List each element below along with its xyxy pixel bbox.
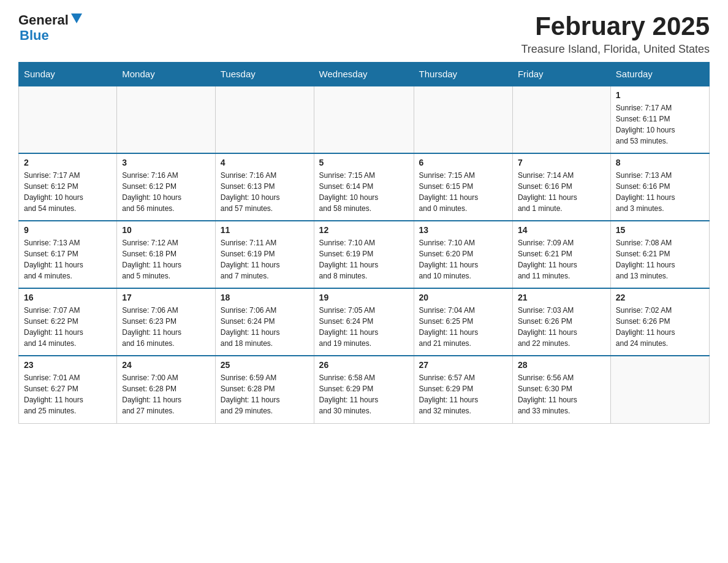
table-row: 5Sunrise: 7:15 AMSunset: 6:14 PMDaylight…	[314, 153, 414, 221]
day-info: Sunrise: 7:15 AMSunset: 6:14 PMDaylight:…	[319, 170, 409, 214]
day-info: Sunrise: 7:03 AMSunset: 6:26 PMDaylight:…	[518, 305, 605, 349]
table-row: 2Sunrise: 7:17 AMSunset: 6:12 PMDaylight…	[19, 153, 117, 221]
table-row: 10Sunrise: 7:12 AMSunset: 6:18 PMDayligh…	[117, 221, 216, 288]
table-row: 20Sunrise: 7:04 AMSunset: 6:25 PMDayligh…	[414, 288, 512, 356]
table-row	[117, 86, 216, 153]
day-number: 23	[24, 360, 112, 370]
table-row: 18Sunrise: 7:06 AMSunset: 6:24 PMDayligh…	[215, 288, 314, 356]
table-row: 6Sunrise: 7:15 AMSunset: 6:15 PMDaylight…	[414, 153, 512, 221]
day-info: Sunrise: 7:15 AMSunset: 6:15 PMDaylight:…	[419, 170, 507, 214]
table-row	[19, 86, 117, 153]
day-info: Sunrise: 7:01 AMSunset: 6:27 PMDaylight:…	[24, 372, 112, 416]
day-info: Sunrise: 7:13 AMSunset: 6:16 PMDaylight:…	[616, 170, 704, 214]
day-number: 20	[419, 293, 507, 302]
day-info: Sunrise: 7:10 AMSunset: 6:19 PMDaylight:…	[319, 237, 409, 282]
day-number: 14	[518, 225, 605, 235]
day-number: 25	[221, 360, 309, 370]
table-row: 28Sunrise: 6:56 AMSunset: 6:30 PMDayligh…	[512, 356, 610, 423]
day-info: Sunrise: 7:12 AMSunset: 6:18 PMDaylight:…	[122, 237, 210, 282]
day-number: 1	[616, 90, 704, 100]
table-row: 3Sunrise: 7:16 AMSunset: 6:12 PMDaylight…	[117, 153, 216, 221]
table-row: 27Sunrise: 6:57 AMSunset: 6:29 PMDayligh…	[414, 356, 512, 423]
table-row: 21Sunrise: 7:03 AMSunset: 6:26 PMDayligh…	[512, 288, 610, 356]
day-number: 18	[221, 293, 309, 302]
day-info: Sunrise: 7:11 AMSunset: 6:19 PMDaylight:…	[221, 237, 309, 282]
header-sunday: Sunday	[19, 63, 117, 86]
day-number: 11	[221, 225, 309, 235]
header-saturday: Saturday	[610, 63, 709, 86]
day-number: 3	[122, 158, 210, 167]
day-info: Sunrise: 7:00 AMSunset: 6:28 PMDaylight:…	[122, 372, 210, 416]
day-number: 16	[24, 293, 112, 302]
header-monday: Monday	[117, 63, 216, 86]
day-number: 4	[221, 158, 309, 167]
logo-blue: Blue	[20, 28, 82, 43]
title-section: February 2025 Treasure Island, Florida, …	[521, 12, 710, 56]
day-number: 8	[616, 158, 704, 167]
month-title: February 2025	[521, 12, 710, 40]
header-wednesday: Wednesday	[314, 63, 414, 86]
table-row: 1Sunrise: 7:17 AMSunset: 6:11 PMDaylight…	[610, 86, 709, 153]
week-row-3: 9Sunrise: 7:13 AMSunset: 6:17 PMDaylight…	[19, 221, 710, 288]
table-row: 17Sunrise: 7:06 AMSunset: 6:23 PMDayligh…	[117, 288, 216, 356]
day-info: Sunrise: 7:14 AMSunset: 6:16 PMDaylight:…	[518, 170, 605, 214]
table-row: 24Sunrise: 7:00 AMSunset: 6:28 PMDayligh…	[117, 356, 216, 423]
table-row: 11Sunrise: 7:11 AMSunset: 6:19 PMDayligh…	[215, 221, 314, 288]
table-row: 7Sunrise: 7:14 AMSunset: 6:16 PMDaylight…	[512, 153, 610, 221]
day-info: Sunrise: 7:06 AMSunset: 6:23 PMDaylight:…	[122, 305, 210, 349]
day-info: Sunrise: 7:07 AMSunset: 6:22 PMDaylight:…	[24, 305, 112, 349]
day-number: 13	[419, 225, 507, 235]
day-info: Sunrise: 7:17 AMSunset: 6:11 PMDaylight:…	[616, 102, 704, 147]
week-row-2: 2Sunrise: 7:17 AMSunset: 6:12 PMDaylight…	[19, 153, 710, 221]
day-number: 28	[518, 360, 605, 370]
table-row: 4Sunrise: 7:16 AMSunset: 6:13 PMDaylight…	[215, 153, 314, 221]
calendar-table: Sunday Monday Tuesday Wednesday Thursday…	[18, 62, 710, 424]
day-info: Sunrise: 7:08 AMSunset: 6:21 PMDaylight:…	[616, 237, 704, 282]
day-info: Sunrise: 7:13 AMSunset: 6:17 PMDaylight:…	[24, 237, 112, 282]
day-info: Sunrise: 7:10 AMSunset: 6:20 PMDaylight:…	[419, 237, 507, 282]
logo-arrow-icon	[71, 13, 82, 25]
table-row	[414, 86, 512, 153]
day-info: Sunrise: 6:56 AMSunset: 6:30 PMDaylight:…	[518, 372, 605, 416]
header-tuesday: Tuesday	[215, 63, 314, 86]
day-number: 26	[319, 360, 409, 370]
day-number: 22	[616, 293, 704, 302]
day-number: 5	[319, 158, 409, 167]
day-number: 9	[24, 225, 112, 235]
header-thursday: Thursday	[414, 63, 512, 86]
table-row: 19Sunrise: 7:05 AMSunset: 6:24 PMDayligh…	[314, 288, 414, 356]
page-header: General Blue February 2025 Treasure Isla…	[18, 12, 710, 56]
table-row: 14Sunrise: 7:09 AMSunset: 6:21 PMDayligh…	[512, 221, 610, 288]
table-row: 25Sunrise: 6:59 AMSunset: 6:28 PMDayligh…	[215, 356, 314, 423]
svg-marker-0	[71, 13, 82, 23]
table-row: 8Sunrise: 7:13 AMSunset: 6:16 PMDaylight…	[610, 153, 709, 221]
day-number: 17	[122, 293, 210, 302]
day-number: 12	[319, 225, 409, 235]
table-row: 15Sunrise: 7:08 AMSunset: 6:21 PMDayligh…	[610, 221, 709, 288]
logo-general: General	[18, 12, 69, 28]
week-row-4: 16Sunrise: 7:07 AMSunset: 6:22 PMDayligh…	[19, 288, 710, 356]
day-info: Sunrise: 7:16 AMSunset: 6:12 PMDaylight:…	[122, 170, 210, 214]
day-info: Sunrise: 7:09 AMSunset: 6:21 PMDaylight:…	[518, 237, 605, 282]
table-row: 9Sunrise: 7:13 AMSunset: 6:17 PMDaylight…	[19, 221, 117, 288]
location-title: Treasure Island, Florida, United States	[521, 43, 710, 56]
day-info: Sunrise: 7:16 AMSunset: 6:13 PMDaylight:…	[221, 170, 309, 214]
day-info: Sunrise: 7:05 AMSunset: 6:24 PMDaylight:…	[319, 305, 409, 349]
day-info: Sunrise: 6:57 AMSunset: 6:29 PMDaylight:…	[419, 372, 507, 416]
table-row: 13Sunrise: 7:10 AMSunset: 6:20 PMDayligh…	[414, 221, 512, 288]
day-number: 2	[24, 158, 112, 167]
day-info: Sunrise: 6:59 AMSunset: 6:28 PMDaylight:…	[221, 372, 309, 416]
day-number: 19	[319, 293, 409, 302]
table-row: 12Sunrise: 7:10 AMSunset: 6:19 PMDayligh…	[314, 221, 414, 288]
day-header-row: Sunday Monday Tuesday Wednesday Thursday…	[19, 63, 710, 86]
table-row	[610, 356, 709, 423]
table-row: 16Sunrise: 7:07 AMSunset: 6:22 PMDayligh…	[19, 288, 117, 356]
table-row	[512, 86, 610, 153]
day-number: 27	[419, 360, 507, 370]
day-info: Sunrise: 6:58 AMSunset: 6:29 PMDaylight:…	[319, 372, 409, 416]
day-info: Sunrise: 7:06 AMSunset: 6:24 PMDaylight:…	[221, 305, 309, 349]
day-number: 7	[518, 158, 605, 167]
table-row: 23Sunrise: 7:01 AMSunset: 6:27 PMDayligh…	[19, 356, 117, 423]
day-number: 21	[518, 293, 605, 302]
table-row	[314, 86, 414, 153]
